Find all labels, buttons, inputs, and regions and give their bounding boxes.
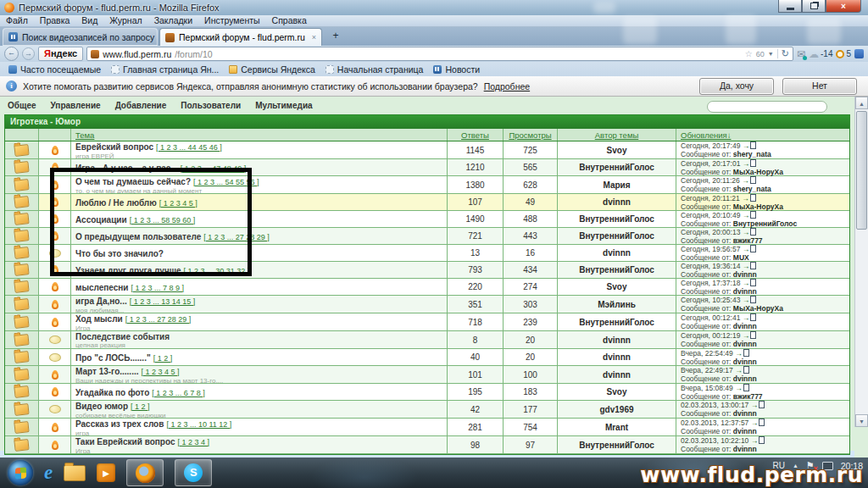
goto-last-post-icon[interactable]: → (743, 141, 757, 150)
topic-link[interactable]: Угадайка по фото (75, 388, 149, 397)
goto-last-post-icon[interactable]: → (742, 176, 756, 185)
scrollbar-thumb[interactable] (856, 111, 867, 230)
goto-last-post-icon[interactable]: → (743, 159, 757, 168)
bookmark-item[interactable]: Часто посещаемые (3, 64, 106, 75)
weather-extension[interactable]: ☁-14 (809, 48, 832, 60)
goto-last-post-icon[interactable]: → (743, 228, 757, 236)
menubar-item[interactable]: Закладки (148, 15, 198, 26)
menubar-item[interactable]: Инструменты (198, 15, 265, 26)
scroll-down-icon[interactable]: ▼ (855, 414, 868, 427)
forum-menu-item[interactable]: Управление (51, 101, 101, 110)
last-poster-link[interactable]: shery_nata (733, 150, 771, 158)
topic-link[interactable]: Март 13-го........ (75, 367, 139, 376)
forum-menu-item[interactable]: Добавление (115, 101, 167, 110)
goto-last-post-icon[interactable]: → (743, 331, 757, 340)
topic-link[interactable]: Видео юмор (75, 402, 128, 411)
last-poster-link[interactable]: dvinnn (733, 322, 757, 330)
bookmark-item[interactable]: Новости (428, 64, 485, 75)
topic-author[interactable]: Мария (558, 176, 676, 193)
yandex-bar-extension[interactable] (854, 49, 864, 58)
internet-explorer-icon[interactable]: e (44, 461, 53, 485)
new-tab-button[interactable]: + (327, 30, 344, 43)
sort-views-link[interactable]: Просмотры (509, 130, 551, 140)
tab-forum[interactable]: Пермский форум - flud.perm.ru × (159, 28, 322, 46)
file-explorer-icon[interactable] (64, 465, 86, 481)
topic-page-links[interactable]: [ 1 2 3 4 5 ] (142, 368, 180, 376)
goto-last-post-icon[interactable]: → (742, 194, 756, 202)
topic-author[interactable]: dvinnn (558, 366, 676, 383)
last-poster-link[interactable]: dvinnn (733, 358, 757, 366)
topic-author[interactable]: dvinnn (558, 194, 676, 210)
last-poster-link[interactable]: dvinnn (733, 270, 757, 279)
goto-last-post-icon[interactable]: → (751, 436, 765, 445)
start-button[interactable] (8, 460, 33, 485)
forum-menu-item[interactable]: Общее (8, 101, 36, 110)
topic-author[interactable]: ВнутреннийГолос (558, 159, 676, 175)
last-poster-link[interactable]: МыХа-НоруХа (733, 168, 783, 176)
goto-last-post-icon[interactable]: → (751, 401, 765, 409)
back-button[interactable]: ← (4, 47, 19, 61)
mail-extension[interactable]: ✉ (797, 48, 805, 60)
details-link[interactable]: Подробнее (484, 81, 530, 92)
yandex-button[interactable]: Яндекс (38, 47, 83, 61)
sort-replies-link[interactable]: Ответы (461, 130, 489, 140)
last-poster-link[interactable]: dvinnn (733, 409, 757, 418)
last-poster-link[interactable]: shery_nata (733, 185, 771, 193)
topic-author[interactable]: ВнутреннийГолос (558, 436, 676, 453)
sort-author-link[interactable]: Автор темы (595, 130, 639, 140)
topic-author[interactable]: ВнутреннийГолос (558, 228, 676, 244)
goto-last-post-icon[interactable]: → (735, 349, 749, 358)
topic-page-links[interactable]: [ 1 2 3 ... 44 45 46 ] (156, 143, 222, 152)
bookmark-item[interactable]: Главная страница Ян... (106, 64, 224, 75)
dropdown-arrow-icon[interactable]: ▼ (768, 51, 774, 57)
scroll-up-icon[interactable]: ▲ (855, 97, 868, 109)
topic-page-links[interactable]: [ 1 2 ] (153, 354, 173, 363)
topic-author[interactable]: Svoy (558, 141, 676, 158)
goto-last-post-icon[interactable]: → (743, 296, 757, 304)
topic-page-links[interactable]: [ 1 2 3 ... 10 11 12 ] (166, 420, 231, 429)
menubar-item[interactable]: Файл (0, 15, 34, 26)
clock-extension[interactable]: 5 (836, 49, 851, 58)
goto-last-post-icon[interactable]: → (743, 211, 757, 219)
topic-link[interactable]: Рассказ из трех слов (75, 419, 164, 429)
last-poster-link[interactable]: dvinnn (733, 445, 757, 453)
minimize-button[interactable] (778, 0, 802, 13)
firefox-taskbar-button[interactable] (126, 459, 164, 486)
last-poster-link[interactable]: МыХа-НоруХа (733, 202, 783, 211)
decline-button[interactable]: Нет (782, 78, 857, 95)
goto-last-post-icon[interactable]: → (735, 366, 749, 374)
last-poster-link[interactable]: MUX (733, 253, 749, 262)
forum-menu-item[interactable]: Пользователи (181, 101, 241, 110)
goto-last-post-icon[interactable]: → (751, 419, 765, 427)
last-poster-link[interactable]: вжик777 (733, 392, 763, 401)
goto-last-post-icon[interactable]: → (735, 384, 749, 392)
topic-link[interactable]: Ход мысли (75, 314, 123, 324)
topic-page-links[interactable]: [ 1 2 3 ... 13 14 15 ] (130, 297, 196, 306)
topic-author[interactable]: Mrant (558, 419, 676, 435)
sort-topic-link[interactable]: Тема (75, 130, 94, 140)
goto-last-post-icon[interactable]: → (743, 262, 757, 270)
goto-last-post-icon[interactable]: → (743, 313, 757, 322)
topic-page-links[interactable]: [ 1 2 3 4 ] (177, 438, 209, 446)
skype-taskbar-button[interactable]: S (175, 459, 212, 486)
menubar-item[interactable]: Правка (34, 15, 75, 26)
topic-link[interactable]: игра Да,но... (75, 297, 127, 306)
tab-video-search[interactable]: Поиск видеозаписей по запросу Кл... × (3, 28, 158, 46)
page-selector-box[interactable] (707, 101, 827, 113)
menubar-item[interactable]: Справка (266, 15, 313, 26)
topic-page-links[interactable]: [ 1 2 3 ... 6 7 8 ] (152, 389, 205, 397)
bookmark-item[interactable]: Сервисы Яндекса (224, 64, 320, 75)
bookmark-item[interactable]: Начальная страница (320, 64, 429, 75)
vertical-scrollbar[interactable]: ▲ ▼ (854, 97, 868, 427)
topic-link[interactable]: мыслепесни (75, 283, 129, 292)
sort-updates-link[interactable]: Обновления↓ (681, 130, 731, 140)
last-poster-link[interactable]: dvinnn (733, 287, 757, 296)
address-bar[interactable]: www.flud.perm.ru /forum/10 ☆ 60 ▼ ↻ (86, 47, 793, 61)
topic-link[interactable]: Еврейский вопрос (75, 142, 153, 152)
restore-button[interactable] (802, 0, 826, 13)
reload-icon[interactable]: ↻ (782, 48, 789, 59)
close-button[interactable]: × (826, 0, 861, 13)
bookmark-star-icon[interactable]: ☆ (745, 49, 753, 58)
topic-author[interactable]: gdv1969 (558, 401, 676, 418)
media-player-icon[interactable]: ▶ (97, 463, 115, 482)
